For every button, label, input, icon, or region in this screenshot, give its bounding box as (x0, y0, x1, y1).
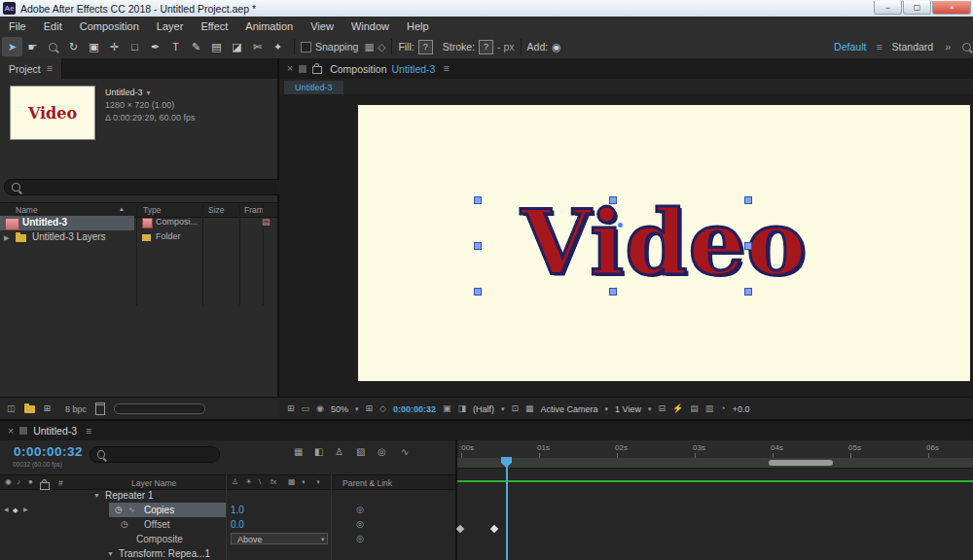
show-snapshot-icon[interactable]: ◨ (457, 404, 466, 413)
rotate-tool-icon[interactable]: ↻ (63, 37, 84, 56)
timeline-search-box[interactable] (90, 446, 220, 463)
panel-menu-icon[interactable]: ≡ (47, 63, 53, 74)
property-group-label[interactable]: Repeater 1 (105, 488, 153, 503)
camera-dropdown-icon[interactable]: ▾ (605, 405, 609, 412)
composition-canvas[interactable]: Video (358, 105, 970, 381)
region-of-interest-icon[interactable]: ⊡ (512, 404, 520, 413)
flowchart-icon[interactable]: ⊞ (287, 404, 295, 413)
project-item-name[interactable]: Untitled-3 (105, 88, 143, 97)
snap-option-a-icon[interactable]: ▦ (364, 42, 374, 52)
workspace-overflow-icon[interactable]: » (945, 42, 951, 52)
column-layer-name[interactable]: Layer Name (131, 478, 176, 488)
adjustment-switch-icon[interactable]: ◑ (315, 478, 320, 486)
display-icon[interactable]: ▭ (302, 404, 310, 413)
snapshot-icon[interactable]: ▣ (443, 404, 451, 413)
type-tool-icon[interactable]: T (165, 37, 186, 56)
mask-visibility-icon[interactable]: ◇ (379, 404, 386, 413)
resolution-select[interactable]: (Half) (473, 404, 494, 414)
grid-guides-icon[interactable]: ⊞ (365, 404, 373, 413)
time-ruler[interactable]: :00s 01s 02s 03s 04s 05s 06s (457, 440, 973, 459)
panel-menu-icon[interactable]: ≡ (443, 63, 449, 74)
layer-duration-bar[interactable] (457, 480, 973, 482)
row-transform[interactable]: ▼ Transform: Repea...1 (0, 546, 455, 560)
timeline-search-input[interactable] (110, 449, 212, 461)
project-thumbnail[interactable]: Video (10, 86, 95, 140)
column-parent-link[interactable]: Parent & Link (342, 478, 392, 488)
dropdown-arrow-icon[interactable]: ▾ (321, 535, 325, 544)
project-row-folder[interactable]: ▶ Untitled-3 Layers Folder (0, 230, 277, 245)
row-name[interactable]: Untitled-3 (22, 217, 67, 228)
twirl-open-icon[interactable]: ▼ (107, 546, 114, 560)
row-name[interactable]: Untitled-3 Layers (32, 231, 106, 242)
puppet-pin-tool-icon[interactable]: ✦ (268, 37, 288, 56)
menu-composition[interactable]: Composition (71, 20, 148, 32)
graph-editor-icon[interactable]: ∿ (401, 447, 409, 457)
shy-switch-icon[interactable]: ♙ (232, 478, 238, 486)
prev-keyframe-icon[interactable]: ◀ (4, 503, 9, 517)
camera-select[interactable]: Active Camera (541, 404, 598, 414)
eye-column-icon[interactable]: ◉ (5, 478, 12, 486)
playhead-line[interactable] (506, 457, 508, 560)
column-frame[interactable]: Fram (244, 205, 264, 215)
delete-icon[interactable] (95, 402, 105, 415)
close-tab-icon[interactable]: × (8, 426, 14, 437)
exposure-icon[interactable]: ◔ (720, 404, 725, 413)
selection-handle-mid-right[interactable] (744, 242, 752, 250)
camera-tool-icon[interactable]: ▣ (84, 37, 104, 56)
selection-handle-mid-left[interactable] (474, 242, 482, 250)
composition-viewer[interactable]: Video (279, 94, 973, 397)
anchor-point[interactable] (618, 223, 623, 228)
selection-tool-icon[interactable]: ➤ (2, 37, 22, 56)
close-button[interactable]: × (932, 1, 971, 15)
zoom-tool-icon[interactable] (43, 37, 63, 56)
stroke-swatch[interactable]: ? (479, 40, 493, 54)
row-offset[interactable]: ◷ Offset 0.0 ◎ (0, 517, 455, 532)
view-dropdown-icon[interactable]: ▾ (648, 405, 652, 412)
menu-layer[interactable]: Layer (148, 20, 193, 32)
tab-project[interactable]: Project ≡ (0, 58, 62, 79)
fx-switch-icon[interactable]: fx (270, 478, 276, 486)
pan-behind-tool-icon[interactable]: ✛ (104, 37, 125, 56)
item-name-dropdown-icon[interactable]: ▼ (145, 89, 152, 96)
property-value[interactable]: 0.0 (231, 517, 244, 532)
workspace-default[interactable]: Default (834, 41, 866, 52)
maximize-button[interactable]: ▢ (903, 1, 931, 15)
stopwatch-icon[interactable]: ◷ (121, 517, 128, 532)
stopwatch-icon[interactable]: ◷ (115, 503, 123, 517)
add-button-icon[interactable]: ◉ (552, 42, 560, 52)
keyframe[interactable] (490, 525, 498, 533)
menu-view[interactable]: View (302, 20, 342, 32)
property-label[interactable]: Offset (144, 517, 170, 532)
brush-tool-icon[interactable]: ✎ (186, 37, 206, 56)
zoom-dropdown-icon[interactable]: ▾ (355, 405, 359, 412)
property-value[interactable]: 1.0 (231, 503, 244, 517)
menu-help[interactable]: Help (398, 20, 438, 32)
timeline-tab-name[interactable]: Untitled-3 (33, 425, 77, 437)
keyframe[interactable] (456, 525, 464, 533)
video-text-layer[interactable]: Video (522, 191, 808, 296)
frame-blending-icon[interactable]: ▧ (356, 447, 365, 457)
selection-handle-top-center[interactable] (609, 196, 617, 204)
shape-tool-icon[interactable]: □ (125, 37, 145, 56)
composite-dropdown[interactable]: Above (231, 533, 328, 544)
collapse-switch-icon[interactable]: ☀ (245, 478, 252, 486)
new-folder-icon[interactable] (24, 405, 35, 413)
selection-handle-top-right[interactable] (744, 196, 752, 204)
selection-handle-top-left[interactable] (474, 196, 482, 204)
pickwhip-icon[interactable]: ◎ (356, 517, 364, 532)
property-group-label[interactable]: Transform: Repea...1 (119, 546, 210, 560)
solo-column-icon[interactable]: ● (28, 478, 33, 486)
twirl-open-icon[interactable]: ▼ (93, 488, 100, 503)
hand-tool-icon[interactable]: ☛ (22, 37, 43, 56)
column-type[interactable]: Type (143, 205, 161, 215)
project-search-box[interactable] (4, 179, 288, 195)
comp-mini-flowchart-icon[interactable]: ▦ (294, 447, 303, 457)
frame-blend-switch-icon[interactable]: ▦ (288, 478, 296, 486)
motion-blur-switch-icon[interactable]: ◐ (302, 478, 306, 486)
viewer-subtab[interactable]: Untitled-3 (284, 81, 343, 94)
interpret-footage-icon[interactable]: ◫ (7, 404, 16, 413)
pen-tool-icon[interactable]: ✒ (145, 37, 165, 56)
row-repeater[interactable]: ▼ Repeater 1 (0, 488, 455, 503)
motion-blur-icon[interactable]: ◎ (378, 447, 386, 457)
pixel-aspect-icon[interactable]: ⊟ (658, 404, 666, 413)
